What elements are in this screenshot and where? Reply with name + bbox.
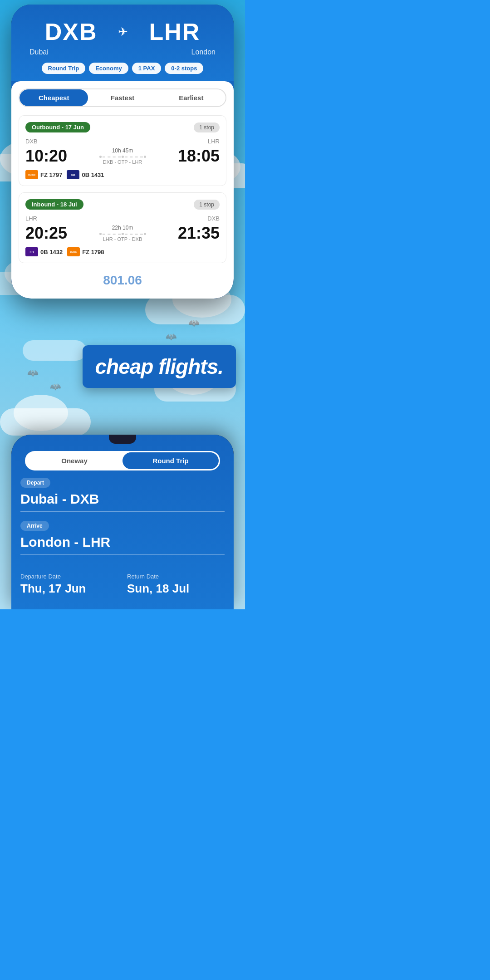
- depart-label: Depart: [20, 478, 50, 488]
- phone-notch: [109, 435, 136, 444]
- sort-tabs: Cheapest Fastest Earliest: [19, 88, 226, 107]
- tagline-box: cheap flights.: [83, 345, 236, 388]
- outbound-route-info: 10h 45m DXB - OTP - LHR: [67, 147, 178, 165]
- departure-date-value[interactable]: Thu, 17 Jun: [20, 582, 118, 596]
- flight-header: DXB ✈ LHR Dubai London Round Trip Econom…: [11, 5, 234, 81]
- airline2-flight: 0B 1431: [82, 172, 104, 178]
- outbound-airlines: dubai FZ 1797 0B 0B 1431: [25, 170, 220, 179]
- outbound-departure: 10:20: [25, 147, 67, 166]
- plane-icon: ✈: [118, 25, 128, 39]
- toggle-oneway[interactable]: Oneway: [26, 452, 122, 469]
- depart-value[interactable]: Dubai - DXB: [20, 491, 225, 512]
- outbound-destination: LHR: [208, 138, 220, 145]
- dates-row: Departure Date Thu, 17 Jun Return Date S…: [11, 573, 234, 596]
- inbound-airline-1: 0B 0B 1432: [25, 247, 63, 256]
- return-date-field[interactable]: Return Date Sun, 18 Jul: [127, 573, 225, 596]
- inbound-route: LHR - OTP - DXB: [67, 236, 178, 242]
- airline1-logo: dubai: [25, 170, 38, 179]
- inbound-duration: 22h 10m: [67, 225, 178, 231]
- phone-mockup-1: DXB ✈ LHR Dubai London Round Trip Econom…: [0, 0, 245, 299]
- flight-route: DXB ✈ LHR: [20, 14, 225, 48]
- outbound-airports-row: DXB LHR: [25, 138, 220, 145]
- outbound-duration: 10h 45m: [67, 147, 178, 154]
- flight-tags: Round Trip Economy 1 PAX 0-2 stops: [20, 63, 225, 81]
- tagline-text: cheap flights.: [95, 355, 223, 378]
- inbound-origin: LHR: [25, 215, 37, 222]
- inbound-airline1-logo: 0B: [25, 247, 38, 256]
- outbound-route: DXB - OTP - LHR: [67, 159, 178, 165]
- inbound-segment[interactable]: Inbound - 18 Jul 1 stop LHR DXB 20:25 22…: [19, 192, 226, 263]
- departure-date-label: Departure Date: [20, 573, 118, 580]
- inbound-times: 20:25 22h 10m LHR - OTP - DXB: [25, 224, 220, 243]
- destination-code: LHR: [149, 18, 200, 45]
- tab-fastest[interactable]: Fastest: [88, 89, 157, 106]
- trip-type-tag[interactable]: Round Trip: [42, 63, 86, 74]
- outbound-header: Outbound - 17 Jun 1 stop: [25, 122, 220, 132]
- arrive-label: Arrive: [20, 521, 49, 531]
- inbound-departure: 20:25: [25, 224, 67, 243]
- inbound-label: Inbound - 18 Jul: [25, 199, 83, 210]
- arrive-field[interactable]: Arrive London - LHR: [20, 521, 225, 555]
- outbound-segment[interactable]: Outbound - 17 Jun 1 stop DXB LHR 10:20 1…: [19, 115, 226, 186]
- airport-names: Dubai London: [20, 48, 225, 56]
- depart-field[interactable]: Depart Dubai - DXB: [20, 478, 225, 512]
- outbound-arrival: 18:05: [178, 147, 220, 166]
- departure-date-field[interactable]: Departure Date Thu, 17 Jun: [20, 573, 118, 596]
- airline1-flight: FZ 1797: [40, 172, 62, 178]
- inbound-airlines: 0B 0B 1432 dubai FZ 1798: [25, 247, 220, 256]
- inbound-header: Inbound - 18 Jul 1 stop: [25, 199, 220, 210]
- inbound-airline2-flight: FZ 1798: [82, 249, 104, 255]
- outbound-airline-1: dubai FZ 1797: [25, 170, 62, 179]
- inbound-arrival: 21:35: [178, 224, 220, 243]
- outbound-times: 10:20 10h 45m DXB - OTP - LHR: [25, 147, 220, 166]
- inbound-stops: 1 stop: [194, 200, 220, 210]
- inbound-airline1-flight: 0B 1432: [40, 249, 63, 255]
- tagline-section: cheap flights.: [0, 299, 245, 435]
- origin-city: Dubai: [29, 48, 49, 56]
- outbound-stops: 1 stop: [194, 122, 220, 132]
- stops-tag[interactable]: 0-2 stops: [165, 63, 203, 74]
- outbound-airline-2: 0B 0B 1431: [67, 170, 104, 179]
- inbound-airports-row: LHR DXB: [25, 215, 220, 222]
- destination-city: London: [191, 48, 216, 56]
- outbound-origin: DXB: [25, 138, 38, 145]
- tab-earliest[interactable]: Earliest: [157, 89, 225, 106]
- toggle-round-trip[interactable]: Round Trip: [122, 452, 219, 469]
- return-date-label: Return Date: [127, 573, 225, 580]
- phone-mockup-2: Oneway Round Trip Depart Dubai - DXB Arr…: [0, 435, 245, 609]
- results-card: Cheapest Fastest Earliest Outbound - 17 …: [11, 81, 234, 299]
- search-form: Depart Dubai - DXB Arrive London - LHR: [11, 478, 234, 573]
- price-preview: 801.06: [19, 270, 226, 291]
- arrive-value[interactable]: London - LHR: [20, 534, 225, 555]
- airline2-logo: 0B: [67, 170, 79, 179]
- inbound-route-info: 22h 10m LHR - OTP - DXB: [67, 225, 178, 242]
- inbound-airline2-logo: dubai: [67, 247, 80, 256]
- cabin-tag[interactable]: Economy: [89, 63, 128, 74]
- pax-tag[interactable]: 1 PAX: [132, 63, 162, 74]
- tab-cheapest[interactable]: Cheapest: [20, 89, 88, 106]
- trip-type-toggle[interactable]: Oneway Round Trip: [25, 451, 220, 470]
- inbound-airline-2: dubai FZ 1798: [67, 247, 104, 256]
- outbound-label: Outbound - 17 Jun: [25, 122, 90, 132]
- return-date-value[interactable]: Sun, 18 Jul: [127, 582, 225, 596]
- origin-code: DXB: [45, 18, 98, 45]
- inbound-destination: DXB: [207, 215, 220, 222]
